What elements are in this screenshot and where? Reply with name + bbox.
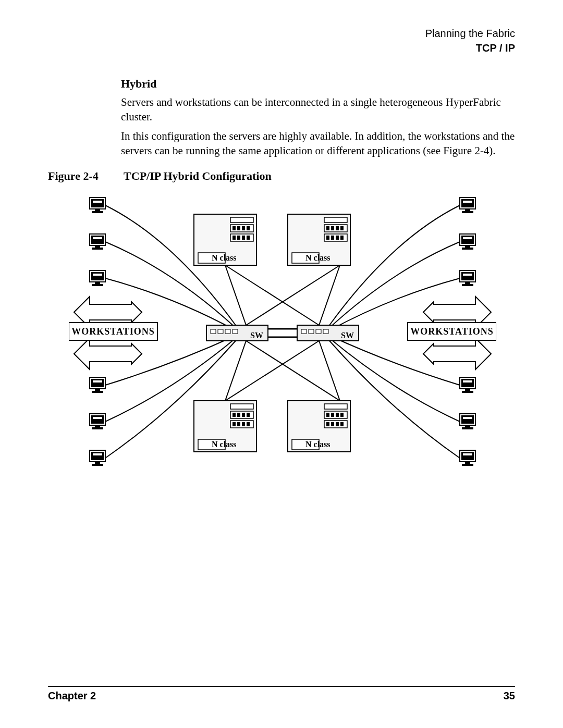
nclass-label: N class [212,440,237,449]
figure-label: Figure 2-4 [48,169,121,183]
figure-caption: Figure 2-4 TCP/IP Hybrid Configuration [48,169,515,183]
workstation-icon [460,377,475,393]
svg-line-24 [225,265,319,325]
arrow-icon [423,338,491,369]
footer-page-number: 35 [504,690,515,702]
workstation-icon [460,198,475,213]
footer-chapter: Chapter 2 [48,690,96,702]
footer-rule [48,686,515,687]
nclass-label: N class [305,440,331,449]
workstations-label: WORKSTATIONS [71,326,154,337]
section-heading: Hybrid [121,77,515,91]
figure-title: TCP/IP Hybrid Configuration [124,169,272,182]
workstation-icon [460,270,475,286]
workstation-icon [90,234,105,250]
nclass-label: N class [212,253,237,262]
svg-line-28 [225,341,319,401]
header-subtitle: TCP / IP [48,41,515,55]
workstation-icon [90,270,105,286]
svg-line-30 [246,341,340,401]
page: Planning the Fabric TCP / IP Hybrid Serv… [0,0,563,728]
workstations-label: WORKSTATIONS [410,326,493,337]
workstation-icon [460,414,475,429]
workstation-icon [460,234,475,250]
sw-label: SW [250,331,263,340]
paragraph-1: Servers and workstations can be intercon… [121,95,515,125]
header-title: Planning the Fabric [48,26,515,41]
workstation-icon [90,377,105,393]
page-header: Planning the Fabric TCP / IP [48,26,515,55]
figure-diagram: WORKSTATIONS WORKSTATIONS N class N clas… [69,192,494,474]
sw-label: SW [341,331,354,340]
nclass-label: N class [305,253,331,262]
workstation-icon [90,450,105,466]
workstation-icon [460,450,475,466]
workstation-icon [90,198,105,213]
svg-line-27 [225,341,246,401]
arrow-icon [74,338,142,369]
svg-line-26 [246,265,340,325]
page-footer: Chapter 2 35 [48,686,515,702]
workstation-icon [90,414,105,429]
svg-line-29 [319,341,340,401]
paragraph-2: In this configuration the servers are hi… [121,129,515,158]
